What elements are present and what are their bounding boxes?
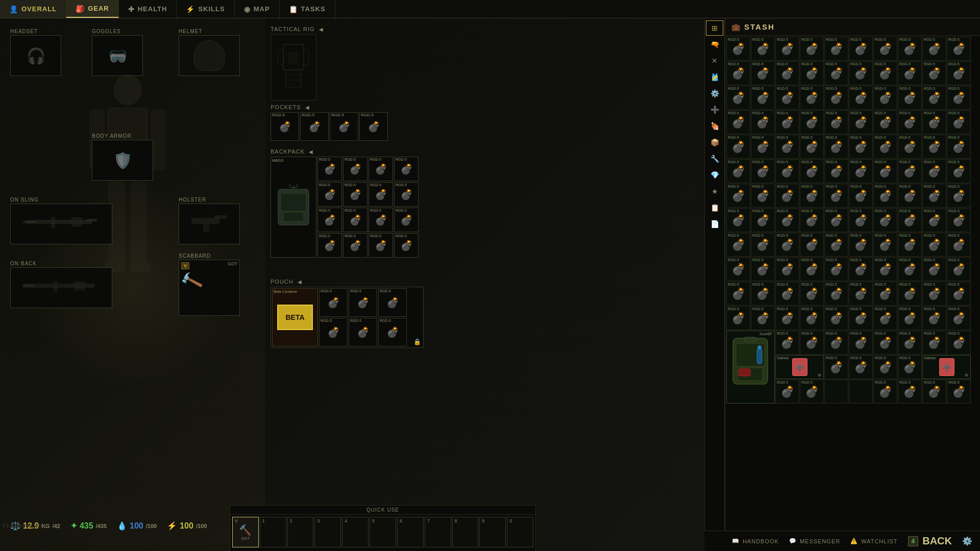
stash-cell[interactable]: RGD-5💣: [922, 61, 946, 85]
filter-medical-btn[interactable]: ➕: [706, 102, 723, 117]
stash-cell[interactable]: RGD-5💣: [824, 306, 848, 330]
stash-cell[interactable]: RGD-5💣: [922, 208, 946, 232]
stash-cell[interactable]: [849, 380, 873, 404]
bp-cell-15[interactable]: RGD-5💣: [394, 233, 419, 258]
stash-cell[interactable]: RGD-5💣: [775, 135, 799, 159]
stash-cell[interactable]: RGD-5💣: [726, 86, 750, 110]
stash-cell[interactable]: RGD-5💣: [824, 282, 848, 306]
stash-cell[interactable]: RGD-5💣: [824, 257, 848, 281]
stash-cell[interactable]: RGD-5💣: [726, 282, 750, 306]
stash-cell[interactable]: RGD-5💣: [751, 110, 775, 134]
stash-cell[interactable]: RGD-5💣: [873, 110, 897, 134]
stash-cell[interactable]: RGD-5💣: [898, 331, 922, 355]
stash-cell[interactable]: RGD-5💣: [873, 233, 897, 257]
stash-cell[interactable]: RGD-5💣: [922, 282, 946, 306]
bp-cell-6[interactable]: RGD-5💣: [369, 182, 393, 207]
stash-cell[interactable]: RGD-5💣: [849, 282, 873, 306]
stash-cell[interactable]: RGD-5💣: [800, 257, 824, 281]
stash-cell[interactable]: RGD-5💣: [800, 208, 824, 232]
bp-cell-14[interactable]: RGD-5💣: [369, 233, 393, 258]
on-sling-slot[interactable]: [10, 204, 112, 244]
stash-cell[interactable]: RGD-5💣: [947, 61, 971, 85]
stash-cell[interactable]: RGD-5💣: [873, 86, 897, 110]
tab-tasks[interactable]: 📋 TASKS: [280, 0, 335, 18]
stash-cell[interactable]: RGD-5💣: [922, 257, 946, 281]
stash-cell[interactable]: RGD-5💣: [922, 135, 946, 159]
stash-cell[interactable]: RGD-5💣: [824, 61, 848, 85]
stash-cell[interactable]: RGD-5💣: [873, 208, 897, 232]
stash-cell[interactable]: RGD-5💣: [898, 282, 922, 306]
stash-cell[interactable]: RGD-5💣: [751, 184, 775, 208]
stash-cell[interactable]: RGD-5💣: [726, 159, 750, 183]
stash-cell[interactable]: RGD-5💣: [849, 184, 873, 208]
stash-cell[interactable]: RGD-5💣: [824, 110, 848, 134]
stash-cell[interactable]: RGD-5💣: [849, 37, 873, 61]
bp-cell-10[interactable]: RGD-5💣: [369, 208, 393, 232]
bp-cell-0[interactable]: RGD-5💣: [317, 157, 342, 181]
scabbard-slot[interactable]: V GDT 🔨: [179, 260, 240, 316]
stash-cell[interactable]: RGD-5💣: [800, 184, 824, 208]
quick-slot-0[interactable]: 0: [507, 517, 533, 547]
stash-cell[interactable]: RGD-5💣: [751, 135, 775, 159]
stash-cell[interactable]: RGD-5💣: [947, 380, 971, 404]
stash-cell[interactable]: RGD-5💣: [751, 233, 775, 257]
bp-cell-8[interactable]: RGD-5💣: [317, 208, 342, 232]
pocket-cell-1[interactable]: RGD-5 💣: [300, 112, 329, 141]
stash-cell[interactable]: RGD-5💣: [726, 257, 750, 281]
stash-cell[interactable]: RGD-5💣: [873, 37, 897, 61]
body-armor-slot[interactable]: 🛡️: [92, 140, 153, 181]
holster-slot[interactable]: [179, 204, 240, 244]
stash-cell[interactable]: RGD-5💣: [849, 257, 873, 281]
stash-cell[interactable]: RGD-5💣: [824, 233, 848, 257]
pouch-main-slot[interactable]: Beta Container BETA: [272, 288, 318, 346]
stash-cell[interactable]: RGD-5💣: [824, 86, 848, 110]
stash-cell[interactable]: RGD-5💣: [775, 86, 799, 110]
stash-cell[interactable]: RGD-5💣: [922, 159, 946, 183]
stash-cell[interactable]: RGD-5💣: [922, 233, 946, 257]
tab-gear[interactable]: 🎒 GEAR: [66, 0, 119, 18]
quick-slot-v[interactable]: V 🔨 GDT: [232, 517, 259, 547]
stash-cell[interactable]: RGD-5💣: [849, 110, 873, 134]
quick-slot-3[interactable]: 3: [314, 517, 341, 547]
stash-cell[interactable]: RGD-5💣: [751, 37, 775, 61]
filter-containers-btn[interactable]: 📦: [706, 135, 723, 150]
bp-cell-3[interactable]: RGD-5💣: [394, 157, 419, 181]
pouch-cell-3[interactable]: RGD-5💣: [319, 318, 348, 346]
stash-cell[interactable]: RGD-5💣: [775, 331, 799, 355]
stash-cell[interactable]: RGD-5💣: [898, 233, 922, 257]
on-back-slot[interactable]: [10, 267, 112, 308]
stash-cell[interactable]: RGD-5💣: [726, 135, 750, 159]
stash-cell[interactable]: RGD-5💣: [751, 257, 775, 281]
pocket-cell-3[interactable]: RGD-5 💣: [359, 112, 388, 141]
stash-cell[interactable]: RGD-5💣: [800, 135, 824, 159]
helmet-slot[interactable]: [179, 35, 240, 76]
bp-cell-12[interactable]: RGD-5💣: [317, 233, 342, 258]
bp-cell-13[interactable]: RGD-5💣: [343, 233, 368, 258]
stash-cell[interactable]: RGD-5💣: [947, 184, 971, 208]
stash-cell[interactable]: RGD-5💣: [751, 61, 775, 85]
stash-cell[interactable]: RGD-5💣: [947, 282, 971, 306]
messenger-btn[interactable]: 💬 MESSENGER: [789, 538, 840, 544]
stash-cell[interactable]: RGD-5💣: [775, 306, 799, 330]
bp-cell-7[interactable]: RGD-5💣: [394, 182, 419, 207]
stash-cell[interactable]: RGD-5💣: [726, 208, 750, 232]
filter-special-btn[interactable]: ★: [706, 184, 723, 199]
tab-skills[interactable]: ⚡ SKILLS: [177, 0, 234, 18]
stash-cell[interactable]: RGD-5💣: [800, 61, 824, 85]
stash-cell[interactable]: RGD-5💣: [775, 257, 799, 281]
tab-map[interactable]: ◉ MAP: [235, 0, 280, 18]
stash-cell[interactable]: RGD-5💣: [824, 159, 848, 183]
filter-melee-btn[interactable]: ✕: [706, 53, 723, 68]
stash-cell[interactable]: RGD-5💣: [849, 331, 873, 355]
stash-cell[interactable]: RGD-5💣: [947, 257, 971, 281]
stash-cell[interactable]: RGD-5💣: [873, 331, 897, 355]
stash-cell[interactable]: RGD-5💣: [947, 331, 971, 355]
stash-cell[interactable]: RGD-5💣: [775, 208, 799, 232]
handbook-btn[interactable]: 📖 HANDBOOK: [732, 538, 779, 544]
stash-cell[interactable]: RGD-5💣: [824, 331, 848, 355]
stash-cell[interactable]: RGD-5💣: [922, 380, 946, 404]
filter-barter-btn[interactable]: 💎: [706, 167, 723, 183]
stash-cell[interactable]: RGD-5💣: [898, 135, 922, 159]
quick-slot-6[interactable]: 6: [397, 517, 424, 547]
back-button[interactable]: 4 BACK: [908, 535, 952, 547]
